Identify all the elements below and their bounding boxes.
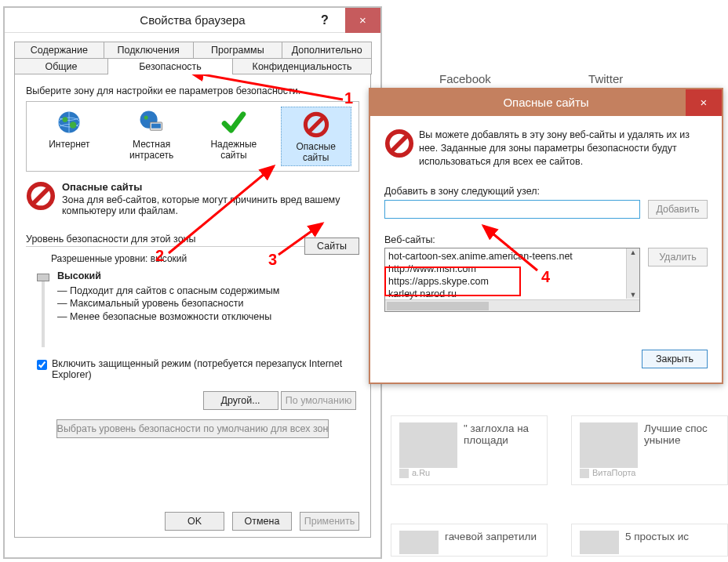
bg-card-source: ВитаПорта: [580, 468, 719, 478]
bg-card-1[interactable]: " заглохла на площади а.Ru: [391, 415, 548, 485]
add-site-input[interactable]: [384, 200, 640, 219]
zone-label: Интернет: [34, 140, 104, 150]
list-item[interactable]: https://apps.skype.com: [388, 275, 622, 288]
bg-card-thumb: [399, 531, 439, 554]
level-point: — Подходит для сайтов с опасным содержим…: [57, 285, 356, 298]
protected-mode-row: Включить защищенный режим (потребуется п…: [29, 358, 356, 380]
cancel-button[interactable]: Отмена: [232, 512, 292, 531]
bg-card-thumb: [580, 422, 638, 468]
tab-programs[interactable]: Программы: [193, 42, 283, 58]
security-slider[interactable]: [42, 277, 45, 347]
zone-description-title: Опасные сайты: [62, 181, 359, 193]
globe-monitor-icon: [116, 107, 187, 138]
svg-line-9: [308, 118, 323, 132]
tab-privacy[interactable]: Конфиденциальность: [232, 58, 372, 74]
svg-rect-7: [151, 124, 161, 129]
block-icon: [26, 181, 62, 216]
bg-card-thumb: [399, 422, 457, 468]
svg-point-5: [144, 116, 148, 120]
close-button[interactable]: ×: [345, 8, 380, 33]
restricted-title: Опасные сайты: [503, 96, 588, 109]
svg-line-13: [391, 136, 408, 152]
link-facebook[interactable]: Facebook: [439, 72, 491, 85]
block-icon: [283, 109, 349, 140]
sites-listbox[interactable]: hot-cartoon-sex.anime.american-teens.net…: [384, 248, 640, 312]
tab-advanced[interactable]: Дополнительно: [282, 42, 372, 58]
svg-line-11: [33, 187, 49, 204]
zone-restricted[interactable]: Опасные сайты: [281, 107, 351, 166]
zones-list: Интернет Местная интрасеть Надежные сайт…: [26, 101, 359, 172]
zone-intranet[interactable]: Местная интрасеть: [116, 107, 187, 166]
svg-point-3: [70, 121, 77, 129]
add-button[interactable]: Добавить: [648, 200, 708, 219]
zone-internet[interactable]: Интернет: [34, 107, 104, 166]
level-name: Высокий: [57, 270, 356, 281]
zone-label: Надежные сайты: [198, 140, 269, 161]
bg-card-thumb: [580, 531, 619, 554]
tab-content[interactable]: Содержание: [14, 42, 104, 58]
tabs-row-bottom: Общие Безопасность Конфиденциальность: [5, 57, 380, 74]
dialog-footer: OK Отмена Применить: [15, 506, 370, 537]
protected-mode-checkbox[interactable]: [37, 360, 47, 370]
dialog-titlebar: Свойства браузера ? ×: [5, 8, 380, 33]
list-item[interactable]: hot-cartoon-sex.anime.american-teens.net: [388, 250, 622, 263]
link-twitter[interactable]: Twitter: [588, 72, 623, 85]
protected-mode-label: Включить защищенный режим (потребуется п…: [52, 358, 356, 380]
block-icon: [384, 129, 419, 169]
add-site-label: Добавить в зону следующий узел:: [384, 186, 708, 197]
bg-card-3[interactable]: гачевой запретили: [391, 524, 548, 557]
tab-security-body: Выберите зону для настройки ее параметро…: [14, 74, 371, 538]
zone-description: Опасные сайты Зона для веб-сайтов, котор…: [26, 181, 359, 216]
bg-card-2[interactable]: Лучшие спос уныние ВитаПорта: [571, 415, 728, 485]
custom-level-button[interactable]: Другой...: [203, 391, 278, 410]
close-button[interactable]: ×: [686, 89, 722, 116]
level-point: — Менее безопасные возможности отключены: [57, 310, 356, 324]
tab-connections[interactable]: Подключения: [104, 42, 194, 58]
internet-options-dialog: Свойства браузера ? × Содержание Подключ…: [3, 6, 382, 559]
dialog-title: Свойства браузера: [140, 13, 245, 27]
tabs-row-top: Содержание Подключения Программы Дополни…: [5, 33, 380, 57]
tab-security[interactable]: Безопасность: [107, 58, 233, 74]
vertical-scrollbar[interactable]: [626, 248, 639, 299]
zone-trusted[interactable]: Надежные сайты: [198, 107, 269, 166]
background-social-links: Facebook Twitter: [439, 72, 717, 85]
security-level-group: Уровень безопасности для этой зоны Разре…: [26, 234, 359, 441]
slider-thumb[interactable]: [37, 274, 49, 281]
remove-button[interactable]: Удалить: [648, 248, 708, 266]
globe-icon: [34, 107, 104, 138]
bg-card-4[interactable]: 5 простых ис: [571, 524, 728, 557]
zone-label: Опасные сайты: [283, 142, 349, 164]
level-point: — Максимальный уровень безопасности: [57, 297, 356, 310]
restricted-intro-text: Вы можете добавлять в эту зону веб-сайты…: [419, 129, 708, 169]
check-icon: [198, 107, 269, 138]
list-item[interactable]: http://www.msn.com: [388, 263, 622, 275]
default-level-button[interactable]: По умолчанию: [281, 391, 356, 410]
zone-select-label: Выберите зону для настройки ее параметро…: [26, 85, 359, 96]
restricted-sites-dialog: Опасные сайты × Вы можете добавлять в эт…: [369, 88, 723, 384]
tab-general[interactable]: Общие: [14, 58, 108, 74]
sites-list-label: Веб-сайты:: [384, 234, 708, 245]
horizontal-scrollbar[interactable]: [385, 299, 639, 311]
bg-card-source: а.Ru: [399, 468, 539, 478]
zone-label: Местная интрасеть: [116, 140, 187, 161]
zone-description-text: Зона для веб-сайтов, которые могут причи…: [62, 194, 340, 216]
close-dialog-button[interactable]: Закрыть: [642, 350, 708, 368]
reset-all-zones-button[interactable]: Выбрать уровень безопасности по умолчани…: [56, 419, 329, 438]
restricted-titlebar: Опасные сайты ×: [370, 89, 722, 116]
svg-point-2: [63, 117, 68, 122]
help-button[interactable]: ?: [308, 8, 341, 33]
ok-button[interactable]: OK: [165, 512, 224, 531]
sites-button[interactable]: Сайты: [304, 237, 359, 255]
apply-button[interactable]: Применить: [300, 512, 359, 531]
